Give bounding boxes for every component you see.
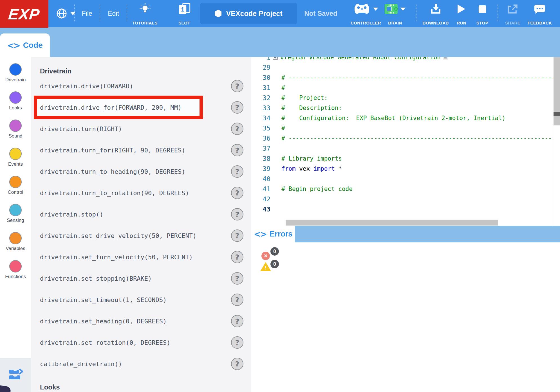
palette-item-code[interactable]: drivetrain.set_turn_velocity(50, PERCENT… <box>40 254 193 261</box>
sidebar-item-functions[interactable]: Functions <box>0 260 31 288</box>
palette-item-highlighted[interactable]: drivetrain.drive_for(FORWARD, 200, MM)? <box>31 97 251 118</box>
palette-item-code[interactable]: drivetrain.stop() <box>40 211 103 218</box>
code-brackets-icon: <> <box>7 40 19 50</box>
error-count-badge: 0 <box>270 247 279 256</box>
brain-icon <box>385 4 398 14</box>
code-line-content: # <box>281 84 285 91</box>
vertical-scrollbar-thumb-end[interactable] <box>554 112 560 116</box>
controller-button[interactable]: CONTROLLER <box>351 2 381 25</box>
palette-item-code[interactable]: drivetrain.set_rotation(0, DEGREES) <box>40 339 171 346</box>
collapsed-region-marker[interactable]: … <box>443 57 448 60</box>
help-button[interactable]: ? <box>231 101 243 114</box>
help-button[interactable]: ? <box>231 165 243 178</box>
sidebar-item-sensing[interactable]: Sensing <box>0 204 31 232</box>
help-button[interactable]: ? <box>231 315 243 327</box>
errors-panel-bar <box>251 226 560 242</box>
file-menu[interactable]: File <box>82 0 92 27</box>
help-button[interactable]: ? <box>231 229 243 242</box>
code-line-content: # --------------------------------------… <box>281 74 560 81</box>
vertical-scrollbar[interactable] <box>553 57 560 226</box>
chevron-down-icon <box>373 8 378 11</box>
palette-rows: drivetrain.drive(FORWARD)?drivetrain.dri… <box>31 75 251 375</box>
palette-item-code[interactable]: drivetrain.drive(FORWARD) <box>40 83 133 90</box>
help-button[interactable]: ? <box>231 80 243 92</box>
code-line: 36# ------------------------------------… <box>251 133 560 143</box>
workspace-toolbar: ? <box>0 27 560 57</box>
palette-item-code[interactable]: drivetrain.set_drive_velocity(50, PERCEN… <box>40 232 196 239</box>
palette-item-code[interactable]: drivetrain.set_stopping(BRAKE) <box>40 275 152 282</box>
help-button[interactable]: ? <box>231 251 243 263</box>
palette-item[interactable]: drivetrain.set_rotation(0, DEGREES)? <box>31 332 251 353</box>
palette-item-code[interactable]: drivetrain.drive_for(FORWARD, 200, MM) <box>40 104 182 111</box>
palette-item[interactable]: drivetrain.set_stopping(BRAKE)? <box>31 268 251 289</box>
horizontal-scrollbar[interactable] <box>286 220 498 226</box>
share-button[interactable]: SHARE <box>505 2 521 25</box>
sensing-category-icon <box>9 204 22 216</box>
help-button[interactable]: ? <box>231 144 243 156</box>
palette-item[interactable]: drivetrain.stop()? <box>31 204 251 225</box>
sidebar-item-control[interactable]: Control <box>0 176 31 204</box>
palette-item[interactable]: drivetrain.set_turn_velocity(50, PERCENT… <box>31 246 251 268</box>
help-button[interactable]: ? <box>231 336 243 349</box>
palette-item-code[interactable]: drivetrain.set_heading(0, DEGREES) <box>40 318 167 325</box>
run-button[interactable]: RUN <box>457 2 466 25</box>
palette-item-code[interactable]: drivetrain.turn_to_rotation(90, DEGREES) <box>40 190 189 197</box>
code-line: 42 <box>251 194 560 204</box>
feedback-button[interactable]: FEEDBACK <box>528 2 552 25</box>
line-number: 36 <box>251 135 270 142</box>
help-button[interactable]: ? <box>231 123 243 135</box>
palette-item-code[interactable]: drivetrain.turn(RIGHT) <box>40 125 122 132</box>
edit-menu[interactable]: Edit <box>108 0 119 27</box>
palette-item[interactable]: drivetrain.drive(FORWARD)? <box>31 75 251 97</box>
error-count-icon: ✕ <box>261 252 270 260</box>
line-number: 33 <box>251 104 270 112</box>
help-button[interactable]: ? <box>231 272 243 285</box>
sidebar-item-drivetrain[interactable]: Drivetrain <box>0 63 31 91</box>
language-menu[interactable] <box>56 0 75 27</box>
palette-item-code[interactable]: calibrate_drivetrain() <box>40 361 122 368</box>
variables-category-icon <box>9 232 22 244</box>
fold-icon[interactable]: + <box>273 57 278 60</box>
palette-item-code[interactable]: drivetrain.turn_to_heading(90, DEGREES) <box>40 168 185 175</box>
help-button[interactable]: ? <box>231 294 243 306</box>
brain-button[interactable]: BRAIN <box>385 2 406 25</box>
code-line: 35# <box>251 123 560 133</box>
stop-icon <box>478 5 486 13</box>
code-line-content: # Description: <box>281 105 342 111</box>
sidebar-item-sound[interactable]: Sound <box>0 120 31 148</box>
palette-item-code[interactable]: drivetrain.set_timeout(1, SECONDS) <box>40 296 167 303</box>
slot-label: SLOT <box>178 21 190 25</box>
palette-item[interactable]: drivetrain.set_heading(0, DEGREES)? <box>31 310 251 332</box>
tutorials-button[interactable]: TUTORIALS <box>132 2 157 25</box>
functions-category-icon <box>9 260 22 272</box>
stop-button[interactable]: STOP <box>476 2 488 25</box>
palette-item[interactable]: drivetrain.set_drive_velocity(50, PERCEN… <box>31 225 251 246</box>
code-editor[interactable]: 1+#region VEXcode Generated Robot Config… <box>251 57 560 226</box>
help-button[interactable]: ? <box>231 208 243 220</box>
download-button[interactable]: DOWNLOAD <box>422 2 449 25</box>
share-label: SHARE <box>505 21 521 25</box>
slot-button[interactable]: 1 SLOT <box>178 2 190 25</box>
run-label: RUN <box>457 21 466 25</box>
palette-item[interactable]: drivetrain.turn_to_heading(90, DEGREES)? <box>31 161 251 182</box>
sidebar-item-events[interactable]: Events <box>0 148 31 176</box>
sidebar-item-variables[interactable]: Variables <box>0 232 31 260</box>
palette-item[interactable]: calibrate_drivetrain()? <box>31 353 251 375</box>
tab-errors[interactable]: <> Errors <box>251 226 295 242</box>
tab-code[interactable]: <> Code <box>0 33 50 57</box>
line-number: 34 <box>251 114 270 122</box>
palette-item[interactable]: drivetrain.set_timeout(1, SECONDS)? <box>31 289 251 310</box>
sidebar-item-looks[interactable]: Looks <box>0 91 31 120</box>
palette-item[interactable]: drivetrain.turn_to_rotation(90, DEGREES)… <box>31 182 251 204</box>
code-line-content: # Begin project code <box>281 186 353 192</box>
code-brackets-icon: <> <box>254 229 266 239</box>
menu-divider <box>127 4 127 21</box>
palette-item[interactable]: drivetrain.turn(RIGHT)? <box>31 118 251 139</box>
help-button[interactable]: ? <box>231 187 243 199</box>
line-number: 35 <box>251 125 270 132</box>
help-button[interactable]: ? <box>231 358 243 370</box>
project-name-button[interactable]: VEXcode Project <box>200 3 297 24</box>
palette-item-code[interactable]: drivetrain.turn_for(RIGHT, 90, DEGREES) <box>40 147 185 154</box>
palette-item[interactable]: drivetrain.turn_for(RIGHT, 90, DEGREES)? <box>31 139 251 161</box>
code-line: 41# Begin project code <box>251 184 560 194</box>
